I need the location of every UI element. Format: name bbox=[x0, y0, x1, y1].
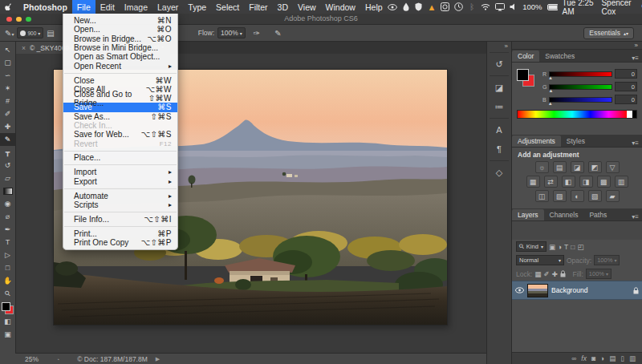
brightness-contrast-icon[interactable]: ☼ bbox=[535, 161, 549, 173]
lock-pixels-icon[interactable]: ✐ bbox=[543, 270, 549, 278]
menu-item-automate[interactable]: Automate▸ bbox=[63, 191, 177, 200]
color-ramp[interactable] bbox=[517, 110, 637, 119]
menubar-item-file[interactable]: File bbox=[72, 0, 95, 14]
green-value[interactable]: 0 bbox=[615, 82, 637, 91]
foreground-background-swatches[interactable] bbox=[2, 302, 14, 314]
blue-slider[interactable]: ▲ bbox=[549, 97, 612, 103]
filter-shape-layers-icon[interactable]: □ bbox=[571, 243, 575, 251]
foreground-color-swatch[interactable] bbox=[2, 302, 10, 311]
panel-menu-icon[interactable]: ▾≡ bbox=[632, 213, 642, 220]
tab-channels[interactable]: Channels bbox=[544, 209, 584, 220]
curves-icon[interactable]: ◪ bbox=[571, 161, 584, 173]
menu-item-place[interactable]: Place... bbox=[63, 153, 177, 162]
invert-icon[interactable]: ◫ bbox=[535, 190, 549, 202]
tool-eyedropper[interactable]: ✐ bbox=[0, 107, 15, 120]
menu-item-open-recent[interactable]: Open Recent▸ bbox=[63, 61, 177, 70]
menubar-item-window[interactable]: Window bbox=[321, 0, 360, 14]
ramp-black-swatch[interactable] bbox=[632, 111, 636, 118]
menu-item-browse-in-mini-bridge[interactable]: Browse in Mini Bridge... bbox=[63, 43, 177, 52]
toggle-brush-panel-icon[interactable]: ▤ bbox=[47, 29, 54, 38]
hue-saturation-icon[interactable]: ▦ bbox=[526, 176, 540, 188]
filter-adjustment-layers-icon[interactable]: ◑ bbox=[558, 243, 562, 251]
delete-layer-icon[interactable]: ▥ bbox=[629, 354, 636, 362]
vibrance-icon[interactable]: ▽ bbox=[606, 161, 620, 173]
menu-item-close-and-go-to-bridge[interactable]: Close and Go to Bridge...⇧⌘W bbox=[63, 94, 177, 103]
tool-blur[interactable]: ◉ bbox=[0, 197, 15, 210]
time-machine-icon[interactable] bbox=[441, 2, 449, 12]
brush-tool-icon[interactable]: ✎▾ bbox=[5, 29, 14, 38]
menubar-user[interactable]: Spencer Cox bbox=[601, 0, 636, 16]
zoom-level[interactable]: 25% bbox=[25, 355, 39, 363]
pressure-size-icon[interactable]: ✎ bbox=[274, 29, 281, 38]
color-balance-icon[interactable]: ⇄ bbox=[544, 176, 558, 188]
styles-panel-icon[interactable]: ◪ bbox=[490, 79, 508, 95]
lock-all-icon[interactable] bbox=[560, 270, 566, 277]
menubar-item-filter[interactable]: Filter bbox=[244, 0, 272, 14]
red-slider[interactable]: ▲ bbox=[549, 71, 612, 77]
droplet-icon[interactable] bbox=[402, 2, 410, 12]
airplay-display-icon[interactable] bbox=[495, 2, 505, 12]
black-white-icon[interactable]: ◧ bbox=[562, 176, 575, 188]
menu-item-print-one-copy[interactable]: Print One Copy⌥⇧⌘P bbox=[63, 238, 177, 247]
menu-item-file-info[interactable]: File Info...⌥⇧⌘I bbox=[63, 215, 177, 224]
panel-menu-icon[interactable]: ▾≡ bbox=[632, 55, 642, 62]
tool-path-selection[interactable]: ▷ bbox=[0, 249, 15, 261]
spotlight-search-icon[interactable]: ⚲ bbox=[639, 0, 642, 13]
menu-item-print[interactable]: Print...⌘P bbox=[63, 229, 177, 238]
photo-filter-icon[interactable]: ◨ bbox=[579, 176, 593, 188]
filter-smart-objects-icon[interactable]: ◰ bbox=[577, 243, 583, 251]
menu-item-close[interactable]: Close⌘W bbox=[63, 75, 177, 84]
levels-icon[interactable]: ▤ bbox=[553, 161, 567, 173]
menubar-item-image[interactable]: Image bbox=[120, 0, 152, 14]
tab-swatches[interactable]: Swatches bbox=[539, 51, 580, 62]
menubar-item-3d[interactable]: 3D bbox=[273, 0, 293, 14]
color-lookup-icon[interactable]: ▥ bbox=[615, 176, 628, 188]
layer-filter-kind[interactable]: ⚲ Kind ▾ bbox=[516, 241, 547, 252]
doc-size-info[interactable]: © Doc: 187.8M/187.8M bbox=[77, 355, 148, 363]
flow-value-box[interactable]: 100% ▾ bbox=[217, 27, 246, 38]
menu-item-save-for-web[interactable]: Save for Web...⌥⇧⌘S bbox=[63, 130, 177, 139]
tool-history-brush[interactable]: ↺ bbox=[0, 159, 15, 172]
tool-clone-stamp[interactable]: ┳ bbox=[0, 146, 15, 159]
brush-preset-picker[interactable]: 900 ▾ bbox=[17, 27, 43, 38]
workspace-switcher[interactable]: Essentials ▴▾ bbox=[583, 27, 634, 39]
layer-visibility-eye-icon[interactable] bbox=[515, 287, 524, 293]
lock-position-icon[interactable]: ✚ bbox=[551, 270, 557, 278]
layer-mask-icon[interactable]: ◙ bbox=[591, 354, 595, 362]
menu-item-browse-in-bridge[interactable]: Browse in Bridge...⌥⌘O bbox=[63, 34, 177, 43]
tool-healing-brush[interactable]: ✚ bbox=[0, 120, 15, 133]
layer-style-icon[interactable]: fx bbox=[581, 354, 587, 362]
new-group-icon[interactable]: ▤ bbox=[609, 354, 616, 362]
tool-eraser[interactable]: ▱ bbox=[0, 172, 15, 184]
collapse-panels-icon[interactable]: » bbox=[512, 42, 642, 50]
bluetooth-icon[interactable]: ᛒ bbox=[468, 2, 476, 12]
clock-icon[interactable] bbox=[454, 2, 463, 12]
tool-gradient[interactable] bbox=[0, 184, 15, 197]
apple-menu[interactable] bbox=[0, 0, 18, 14]
color-panel-swatches[interactable] bbox=[517, 69, 534, 87]
menu-item-new[interactable]: New...⌘N bbox=[63, 16, 177, 25]
tab-styles[interactable]: Styles bbox=[561, 135, 591, 147]
menubar-item-view[interactable]: View bbox=[293, 0, 321, 14]
menubar-item-layer[interactable]: Layer bbox=[152, 0, 183, 14]
tool-type[interactable]: T bbox=[0, 236, 15, 249]
screen-mode-button[interactable]: ▣ bbox=[0, 328, 15, 341]
shield-icon[interactable] bbox=[414, 2, 422, 12]
menu-item-open[interactable]: Open...⌘O bbox=[63, 25, 177, 34]
tool-lasso[interactable]: ∽ bbox=[0, 69, 15, 82]
filter-pixel-layers-icon[interactable]: ▣ bbox=[549, 243, 555, 251]
close-tab-icon[interactable]: × bbox=[22, 44, 26, 52]
adjustment-layer-icon[interactable]: ◑ bbox=[600, 354, 604, 362]
airbrush-icon[interactable]: ✑ bbox=[254, 29, 260, 38]
threshold-icon[interactable]: ◐ bbox=[571, 190, 584, 202]
3d-panel-icon[interactable]: ◇ bbox=[490, 164, 508, 180]
tool-shape[interactable]: □ bbox=[0, 261, 15, 274]
tool-crop[interactable]: # bbox=[0, 95, 15, 107]
eye-icon[interactable] bbox=[388, 2, 397, 12]
wifi-icon[interactable] bbox=[481, 2, 490, 12]
paragraph-panel-icon[interactable]: ¶ bbox=[490, 141, 508, 157]
menu-item-save-as[interactable]: Save As...⇧⌘S bbox=[63, 112, 177, 121]
red-value[interactable]: 0 bbox=[615, 69, 637, 79]
tab-layers[interactable]: Layers bbox=[512, 209, 544, 220]
tool-quick-selection[interactable]: ✶ bbox=[0, 82, 15, 95]
